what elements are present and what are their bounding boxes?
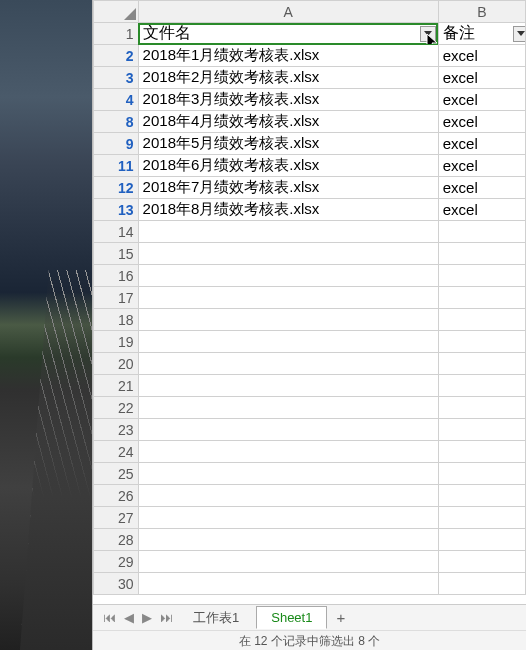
empty-cell[interactable]	[138, 419, 438, 441]
empty-cell[interactable]	[138, 243, 438, 265]
table-row: 112018年6月绩效考核表.xlsxexcel	[94, 155, 526, 177]
cell-filename[interactable]: 2018年5月绩效考核表.xlsx	[138, 133, 438, 155]
empty-cell[interactable]	[138, 221, 438, 243]
empty-cell[interactable]	[438, 463, 525, 485]
cell-remark[interactable]: excel	[438, 67, 525, 89]
row-header[interactable]: 26	[94, 485, 139, 507]
cell-filename[interactable]: 2018年3月绩效考核表.xlsx	[138, 89, 438, 111]
row-header[interactable]: 16	[94, 265, 139, 287]
empty-cell[interactable]	[438, 507, 525, 529]
empty-cell[interactable]	[438, 309, 525, 331]
grid-area: A B 1 文件名 备注 22018年1月绩效考核表.xlsxexcel3201…	[93, 0, 526, 604]
empty-cell[interactable]	[438, 375, 525, 397]
row-header[interactable]: 1	[94, 23, 139, 45]
tab-nav-last[interactable]: ⏭	[156, 610, 177, 625]
cell-remark[interactable]: excel	[438, 89, 525, 111]
empty-cell[interactable]	[438, 265, 525, 287]
cell-filename[interactable]: 2018年1月绩效考核表.xlsx	[138, 45, 438, 67]
empty-cell[interactable]	[138, 573, 438, 595]
row-header[interactable]: 24	[94, 441, 139, 463]
cell-header-remark[interactable]: 备注	[438, 23, 525, 45]
empty-cell[interactable]	[438, 353, 525, 375]
cell-filename[interactable]: 2018年2月绩效考核表.xlsx	[138, 67, 438, 89]
row-header[interactable]: 18	[94, 309, 139, 331]
row-header[interactable]: 8	[94, 111, 139, 133]
tab-nav-first[interactable]: ⏮	[99, 610, 120, 625]
cell-filename[interactable]: 2018年7月绩效考核表.xlsx	[138, 177, 438, 199]
row-header[interactable]: 14	[94, 221, 139, 243]
empty-cell[interactable]	[438, 331, 525, 353]
row-header[interactable]: 2	[94, 45, 139, 67]
sheet-tab-worksheet1[interactable]: 工作表1	[178, 605, 254, 631]
cell-text: 文件名	[143, 24, 191, 41]
table-row: 17	[94, 287, 526, 309]
empty-cell[interactable]	[138, 353, 438, 375]
empty-cell[interactable]	[438, 573, 525, 595]
column-header-b[interactable]: B	[438, 1, 525, 23]
row-header[interactable]: 21	[94, 375, 139, 397]
empty-cell[interactable]	[138, 529, 438, 551]
empty-cell[interactable]	[138, 397, 438, 419]
row-header[interactable]: 15	[94, 243, 139, 265]
filter-dropdown-button[interactable]	[420, 26, 436, 42]
column-header-row: A B	[94, 1, 526, 23]
empty-cell[interactable]	[438, 485, 525, 507]
empty-cell[interactable]	[138, 287, 438, 309]
table-row: 92018年5月绩效考核表.xlsxexcel	[94, 133, 526, 155]
empty-cell[interactable]	[438, 287, 525, 309]
select-all-corner[interactable]	[94, 1, 139, 23]
cell-remark[interactable]: excel	[438, 45, 525, 67]
empty-cell[interactable]	[138, 551, 438, 573]
add-sheet-button[interactable]: +	[328, 609, 353, 626]
cell-filename[interactable]: 2018年8月绩效考核表.xlsx	[138, 199, 438, 221]
row-header[interactable]: 29	[94, 551, 139, 573]
table-row: 25	[94, 463, 526, 485]
empty-cell[interactable]	[138, 507, 438, 529]
row-header[interactable]: 17	[94, 287, 139, 309]
cell-header-filename[interactable]: 文件名	[138, 23, 438, 45]
row-header[interactable]: 23	[94, 419, 139, 441]
empty-cell[interactable]	[138, 265, 438, 287]
tab-nav-next[interactable]: ▶	[138, 610, 156, 625]
empty-cell[interactable]	[438, 243, 525, 265]
empty-cell[interactable]	[438, 441, 525, 463]
table-row: 28	[94, 529, 526, 551]
cell-filename[interactable]: 2018年6月绩效考核表.xlsx	[138, 155, 438, 177]
empty-cell[interactable]	[438, 529, 525, 551]
row-header[interactable]: 30	[94, 573, 139, 595]
cell-remark[interactable]: excel	[438, 111, 525, 133]
empty-cell[interactable]	[138, 463, 438, 485]
cell-remark[interactable]: excel	[438, 177, 525, 199]
column-header-a[interactable]: A	[138, 1, 438, 23]
cell-remark[interactable]: excel	[438, 199, 525, 221]
empty-cell[interactable]	[138, 375, 438, 397]
row-header[interactable]: 27	[94, 507, 139, 529]
row-header[interactable]: 11	[94, 155, 139, 177]
row-header[interactable]: 19	[94, 331, 139, 353]
empty-cell[interactable]	[138, 485, 438, 507]
row-header[interactable]: 25	[94, 463, 139, 485]
tab-nav-prev[interactable]: ◀	[120, 610, 138, 625]
row-header[interactable]: 4	[94, 89, 139, 111]
empty-cell[interactable]	[138, 331, 438, 353]
cell-remark[interactable]: excel	[438, 155, 525, 177]
cell-filename[interactable]: 2018年4月绩效考核表.xlsx	[138, 111, 438, 133]
row-header[interactable]: 13	[94, 199, 139, 221]
cell-remark[interactable]: excel	[438, 133, 525, 155]
table-row: 30	[94, 573, 526, 595]
sheet-tab-sheet1[interactable]: Sheet1	[256, 606, 327, 629]
empty-cell[interactable]	[438, 419, 525, 441]
row-header[interactable]: 28	[94, 529, 139, 551]
row-header[interactable]: 22	[94, 397, 139, 419]
empty-cell[interactable]	[438, 221, 525, 243]
empty-cell[interactable]	[138, 309, 438, 331]
row-header[interactable]: 9	[94, 133, 139, 155]
row-header[interactable]: 20	[94, 353, 139, 375]
row-header[interactable]: 12	[94, 177, 139, 199]
table-row: 22018年1月绩效考核表.xlsxexcel	[94, 45, 526, 67]
empty-cell[interactable]	[438, 551, 525, 573]
empty-cell[interactable]	[138, 441, 438, 463]
row-header[interactable]: 3	[94, 67, 139, 89]
empty-cell[interactable]	[438, 397, 525, 419]
filter-dropdown-button[interactable]	[513, 26, 526, 42]
